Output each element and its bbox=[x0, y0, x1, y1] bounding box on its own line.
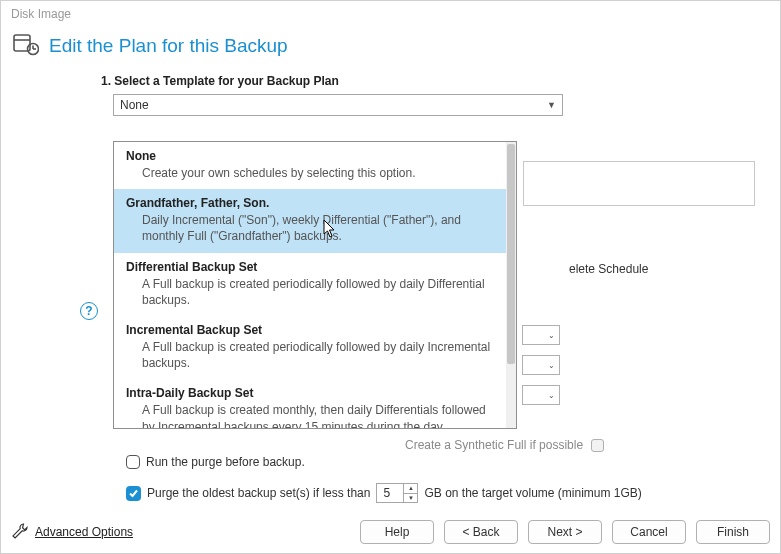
template-select[interactable]: None ▼ bbox=[113, 94, 563, 116]
purge-oldest-label: Purge the oldest backup set(s) if less t… bbox=[147, 486, 370, 500]
next-button[interactable]: Next > bbox=[528, 520, 602, 544]
synthetic-full-label: Create a Synthetic Full if possible bbox=[405, 438, 583, 452]
page-title: Edit the Plan for this Backup bbox=[49, 35, 288, 57]
purge-oldest-row: Purge the oldest backup set(s) if less t… bbox=[126, 483, 642, 503]
dropdown-item-desc: A Full backup is created monthly, then d… bbox=[126, 402, 494, 428]
synthetic-full-checkbox[interactable] bbox=[591, 439, 604, 452]
synthetic-full-row: Create a Synthetic Full if possible bbox=[405, 438, 604, 452]
spinner-up-icon[interactable]: ▲ bbox=[404, 484, 417, 494]
run-purge-checkbox[interactable] bbox=[126, 455, 140, 469]
dropdown-item-title: Grandfather, Father, Son. bbox=[126, 196, 494, 210]
dropdown-item-intradaily[interactable]: Intra-Daily Backup Set A Full backup is … bbox=[114, 379, 506, 428]
advanced-options-label: Advanced Options bbox=[35, 525, 133, 539]
delete-schedule-fragment: elete Schedule bbox=[569, 262, 648, 276]
dropdown-item-desc: Create your own schedules by selecting t… bbox=[126, 165, 494, 181]
footer: Advanced Options Help < Back Next > Canc… bbox=[1, 517, 780, 553]
template-dropdown: None Create your own schedules by select… bbox=[113, 141, 517, 429]
bg-select-1[interactable]: ⌄ bbox=[522, 325, 560, 345]
dropdown-item-gfs[interactable]: Grandfather, Father, Son. Daily Incremen… bbox=[114, 189, 506, 252]
plan-icon bbox=[13, 31, 39, 60]
dropdown-item-differential[interactable]: Differential Backup Set A Full backup is… bbox=[114, 253, 506, 316]
bg-select-2[interactable]: ⌄ bbox=[522, 355, 560, 375]
dropdown-item-desc: A Full backup is created periodically fo… bbox=[126, 339, 494, 371]
window-title: Disk Image bbox=[1, 1, 780, 25]
finish-button[interactable]: Finish bbox=[696, 520, 770, 544]
run-purge-row: Run the purge before backup. bbox=[126, 455, 305, 469]
dropdown-item-title: Incremental Backup Set bbox=[126, 323, 494, 337]
chevron-down-icon: ▼ bbox=[547, 100, 556, 110]
cancel-button[interactable]: Cancel bbox=[612, 520, 686, 544]
purge-gb-suffix: GB on the target volume (minimum 1GB) bbox=[424, 486, 641, 500]
back-button[interactable]: < Back bbox=[444, 520, 518, 544]
purge-gb-value: 5 bbox=[383, 486, 390, 500]
purge-oldest-checkbox[interactable] bbox=[126, 486, 141, 501]
dropdown-item-title: Differential Backup Set bbox=[126, 260, 494, 274]
advanced-options-link[interactable]: Advanced Options bbox=[11, 522, 133, 543]
scrollbar-thumb[interactable] bbox=[507, 144, 515, 364]
dropdown-item-desc: Daily Incremental ("Son"), weekly Differ… bbox=[126, 212, 494, 244]
dropdown-item-title: Intra-Daily Backup Set bbox=[126, 386, 494, 400]
dropdown-item-title: None bbox=[126, 149, 494, 163]
template-select-value: None bbox=[120, 98, 149, 112]
schedule-panel-fragment bbox=[523, 161, 755, 206]
dropdown-item-none[interactable]: None Create your own schedules by select… bbox=[114, 142, 506, 189]
dropdown-item-desc: A Full backup is created periodically fo… bbox=[126, 276, 494, 308]
dropdown-scrollbar[interactable] bbox=[506, 142, 516, 428]
header: Edit the Plan for this Backup bbox=[1, 25, 780, 70]
window-frame: Disk Image Edit the Plan for this Backup… bbox=[0, 0, 781, 554]
bg-select-3[interactable]: ⌄ bbox=[522, 385, 560, 405]
purge-gb-spinner[interactable]: 5 ▲ ▼ bbox=[376, 483, 418, 503]
spinner-down-icon[interactable]: ▼ bbox=[404, 494, 417, 503]
step-1-label: 1. Select a Template for your Backup Pla… bbox=[1, 70, 780, 94]
help-button[interactable]: Help bbox=[360, 520, 434, 544]
run-purge-label: Run the purge before backup. bbox=[146, 455, 305, 469]
wrench-icon bbox=[11, 522, 29, 543]
dropdown-item-incremental[interactable]: Incremental Backup Set A Full backup is … bbox=[114, 316, 506, 379]
spinner-buttons[interactable]: ▲ ▼ bbox=[403, 484, 417, 502]
help-icon[interactable]: ? bbox=[80, 302, 98, 320]
